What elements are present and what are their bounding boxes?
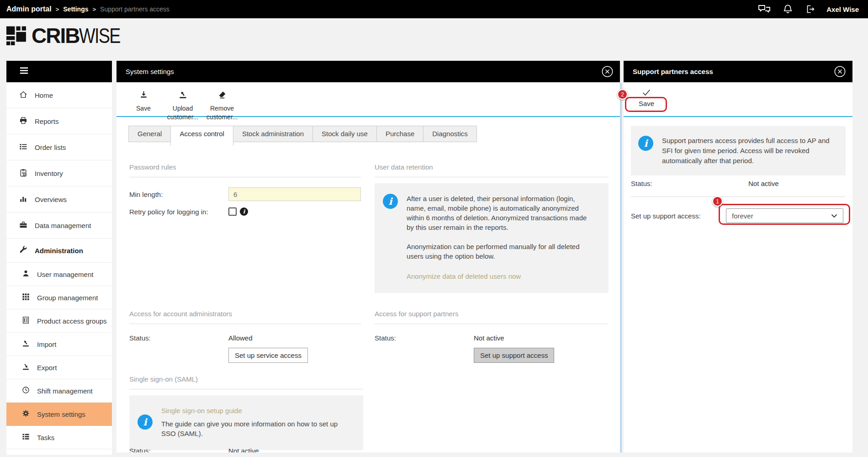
logo-mark-icon: [6, 24, 27, 47]
anonymize-link[interactable]: Anonymize data of deleted users now: [407, 271, 521, 281]
upload-customer-button[interactable]: Upload customer...: [163, 82, 202, 116]
remove-customer-button[interactable]: Remove customer...: [202, 82, 242, 116]
support-access-duration-select[interactable]: forever: [726, 208, 843, 223]
notifications-icon[interactable]: [782, 4, 794, 15]
info-icon: i: [638, 136, 653, 151]
sidebar-item-group-management[interactable]: Group management: [6, 286, 112, 309]
sidebar-menu-toggle[interactable]: [6, 61, 112, 82]
sidebar-item-user-management[interactable]: User management: [6, 263, 112, 286]
home-icon: [19, 90, 28, 101]
current-user[interactable]: Axel Wise: [826, 5, 859, 13]
hamburger-icon: [19, 65, 29, 78]
status-value: Not active: [474, 334, 504, 342]
sidebar-item-system-settings[interactable]: System settings: [6, 403, 112, 426]
status-value: Not active: [228, 447, 259, 452]
info-icon[interactable]: i: [240, 207, 248, 216]
close-icon[interactable]: [834, 65, 846, 78]
min-length-input[interactable]: [228, 187, 361, 201]
import-icon: [21, 339, 30, 349]
section-title: Single sign-on (SAML): [129, 375, 363, 389]
breadcrumb-separator: >: [56, 6, 59, 13]
admin-portal-page: Admin portal > Settings > Support partne…: [0, 0, 868, 457]
status-label: Status:: [375, 334, 474, 342]
retention-infobox: i After a user is deleted, their persona…: [375, 183, 609, 293]
sidebar-item-administration[interactable]: Administration: [6, 239, 112, 263]
account-admins-section: Access for account administrators Status…: [129, 310, 361, 363]
order-lists-icon: [19, 142, 28, 153]
breadcrumb-admin-portal[interactable]: Admin portal: [6, 5, 52, 13]
tab-general[interactable]: General: [128, 126, 171, 142]
logo-text: CRIBWISE: [32, 25, 129, 46]
toolbox-icon: [19, 220, 28, 231]
password-rules-section: Password rules Min length: Retry policy …: [129, 163, 361, 216]
sidebar-item-import[interactable]: Import: [6, 333, 112, 356]
main-panel-scrollbar[interactable]: [620, 83, 622, 452]
status-label: Status:: [631, 180, 748, 187]
sso-status-row: Status: Not active: [129, 447, 361, 452]
sidebar-item-data-management[interactable]: Data management: [6, 213, 112, 239]
printer-icon: [19, 116, 28, 127]
tab-purchase[interactable]: Purchase: [376, 126, 423, 142]
setup-access-label: Set up support access:: [631, 212, 701, 220]
section-title: Access for account administrators: [129, 310, 361, 324]
sidebar-item-overviews[interactable]: Overviews: [6, 186, 112, 213]
selected-option: forever: [732, 212, 753, 220]
tab-stock-administration[interactable]: Stock administration: [233, 126, 313, 142]
info-icon: i: [383, 194, 398, 209]
grid-icon: [21, 292, 30, 303]
tab-access-control[interactable]: Access control: [170, 126, 233, 146]
sidebar-item-export[interactable]: Export: [6, 356, 112, 379]
sidebar-item-shift-management[interactable]: Shift management: [6, 379, 112, 403]
sso-guide-link[interactable]: Single sign-on setup guide: [161, 406, 242, 415]
topbar: Admin portal > Settings > Support partne…: [0, 0, 868, 18]
retry-policy-checkbox[interactable]: [228, 207, 237, 216]
user-icon: [21, 269, 30, 279]
panel-infobox: i Support partners access provides full …: [631, 126, 846, 175]
breadcrumb-settings[interactable]: Settings: [63, 5, 88, 13]
save-download-icon: [139, 90, 148, 104]
set-up-support-access-button[interactable]: Set up support access: [474, 348, 554, 363]
sidebar-item-home[interactable]: Home: [6, 82, 112, 108]
panel-save-button[interactable]: Save: [631, 88, 662, 107]
system-settings-toolbar: Save Upload customer... Remove customer.…: [116, 82, 620, 117]
set-up-service-access-button[interactable]: Set up service access: [228, 348, 308, 363]
tasks-icon: [21, 432, 30, 442]
support-partners-access-header: Support partners access: [624, 61, 852, 82]
annotation-step-2: 2: [617, 89, 628, 100]
sidebar-item-tasks[interactable]: Tasks: [6, 426, 112, 449]
user-data-retention-section: User data retention i After a user is de…: [375, 163, 609, 293]
sso-section: Single sign-on (SAML) i Single sign-on s…: [129, 375, 363, 450]
sidebar: Home Reports Order lists Inventory Overv…: [6, 61, 112, 455]
panel-title: System settings: [126, 68, 174, 75]
system-settings-panel: System settings Save Upload customer... …: [116, 61, 620, 452]
tab-diagnostics[interactable]: Diagnostics: [423, 126, 477, 142]
checkmark-icon: [641, 88, 652, 100]
sso-infobox: i Single sign-on setup guide The guide c…: [129, 395, 363, 450]
sidebar-item-product-access-groups[interactable]: Product access groups: [6, 309, 112, 333]
logout-icon[interactable]: [804, 4, 815, 15]
sidebar-item-inventory[interactable]: Inventory: [6, 160, 112, 186]
panel-info-text: Support partners access provides full ac…: [662, 136, 839, 166]
gear-icon: [21, 409, 30, 419]
annotation-step-1: 1: [712, 196, 723, 207]
retry-policy-label: Retry policy for logging in:: [129, 208, 228, 216]
panel-status-row: Status: Not active: [631, 180, 779, 187]
clock-icon: [21, 386, 30, 396]
section-title: User data retention: [375, 163, 609, 177]
sidebar-item-reports[interactable]: Reports: [6, 108, 112, 134]
breadcrumb-current: Support partners access: [100, 5, 169, 13]
wrench-icon: [19, 245, 28, 256]
support-partners-access-panel: Support partners access Save i Support p…: [624, 61, 852, 452]
status-value: Allowed: [228, 334, 253, 342]
chat-icon[interactable]: [757, 3, 771, 15]
status-value: Not active: [748, 180, 779, 187]
close-icon[interactable]: [601, 65, 614, 78]
section-title: Access for support partners: [375, 310, 609, 324]
upload-customer-icon: [178, 90, 188, 104]
panel-toolbar: Save: [624, 82, 852, 117]
tab-stock-daily-use[interactable]: Stock daily use: [312, 126, 377, 142]
save-button[interactable]: Save: [124, 82, 163, 116]
section-title: Password rules: [129, 163, 361, 177]
info-icon: i: [138, 414, 153, 430]
sidebar-item-order-lists[interactable]: Order lists: [6, 134, 112, 160]
